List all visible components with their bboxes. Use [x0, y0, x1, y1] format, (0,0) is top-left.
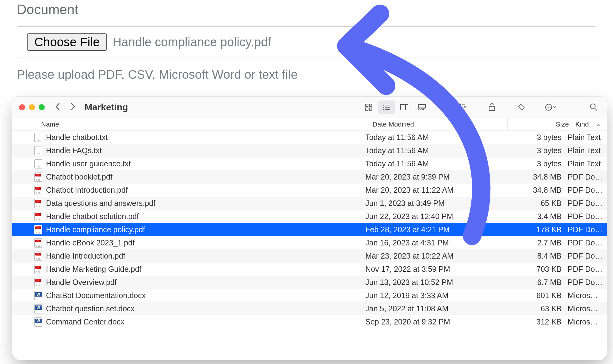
- file-size: 34.8 MB: [500, 186, 565, 195]
- file-size: 3 bytes: [500, 133, 565, 142]
- file-name: Handle eBook 2023_1.pdf: [46, 238, 135, 247]
- svg-rect-18: [459, 107, 460, 109]
- file-kind: PDF Document: [565, 252, 607, 260]
- svg-rect-3: [369, 108, 372, 110]
- pdf-file-icon: [34, 238, 42, 248]
- file-name: Chatbot question set.docx: [46, 304, 135, 313]
- window-minimize-button[interactable]: [29, 104, 35, 110]
- view-icons-button[interactable]: [360, 100, 378, 114]
- finder-window: Marketing: [12, 97, 607, 360]
- svg-rect-17: [459, 104, 460, 106]
- more-actions-button[interactable]: [544, 101, 557, 114]
- view-columns-button[interactable]: [395, 100, 413, 114]
- file-name: Handle FAQs.txt: [46, 146, 102, 155]
- file-row[interactable]: Chatbot Introduction.pdfMar 20, 2023 at …: [12, 184, 607, 197]
- file-name: Handle Introduction.pdf: [46, 252, 125, 260]
- file-size: 63 KB: [500, 304, 565, 313]
- share-button[interactable]: [485, 101, 498, 114]
- file-row[interactable]: Handle Marketing Guide.pdfNov 17, 2022 a…: [12, 263, 607, 276]
- file-kind: Micros…(.docx): [565, 317, 607, 326]
- file-size: 3 bytes: [500, 146, 565, 155]
- choose-file-button[interactable]: Choose File: [27, 33, 107, 51]
- search-button[interactable]: [587, 101, 600, 114]
- svg-point-8: [383, 109, 384, 110]
- file-name: Handle compliance policy.pdf: [46, 225, 145, 234]
- file-row[interactable]: Chatbot booklet.pdfMar 20, 2023 at 9:39 …: [12, 170, 607, 184]
- nav-back-button[interactable]: [55, 102, 61, 112]
- doc-file-icon: [34, 317, 42, 327]
- file-row[interactable]: Chatbot question set.docxJan 5, 2022 at …: [12, 302, 607, 315]
- file-size: 601 KB: [500, 291, 565, 300]
- svg-rect-14: [419, 109, 420, 110]
- pdf-file-icon: [34, 173, 42, 182]
- group-by-button[interactable]: [456, 101, 469, 114]
- svg-point-4: [383, 104, 384, 105]
- file-kind: Plain Text: [565, 146, 607, 155]
- folder-title: Marketing: [85, 102, 128, 112]
- file-kind: Plain Text: [565, 159, 607, 168]
- file-date: Sep 23, 2020 at 9:32 PM: [362, 317, 500, 326]
- file-date: Jan 16, 2023 at 4:31 PM: [362, 238, 500, 247]
- txt-file-icon: [34, 146, 42, 155]
- pdf-file-icon: [34, 225, 42, 234]
- file-kind: Micros…(.docx): [565, 304, 607, 313]
- window-close-button[interactable]: [19, 104, 25, 110]
- file-date: Nov 17, 2022 at 3:59 PM: [362, 265, 500, 274]
- file-date: Jun 1, 2023 at 3:49 PM: [362, 199, 500, 208]
- doc-file-icon: [34, 291, 42, 300]
- svg-rect-2: [366, 108, 368, 110]
- file-date: Jun 12, 2019 at 3:33 AM: [362, 291, 500, 300]
- file-list: Handle chatbot.txtToday at 11:56 AM3 byt…: [12, 131, 607, 328]
- view-gallery-button[interactable]: [413, 100, 431, 114]
- file-row[interactable]: Handle chatbot solution.pdfJun 22, 2023 …: [12, 210, 607, 223]
- svg-point-6: [383, 107, 384, 108]
- file-date: Today at 11:56 AM: [362, 133, 500, 142]
- file-date: Feb 28, 2023 at 4:21 PM: [362, 225, 500, 234]
- file-row[interactable]: Handle Introduction.pdfMar 23, 2023 at 1…: [12, 249, 607, 263]
- svg-point-22: [520, 106, 521, 107]
- column-header-date[interactable]: Date Modified: [369, 118, 507, 131]
- pdf-file-icon: [34, 278, 42, 287]
- sort-indicator-icon: [596, 120, 601, 128]
- file-date: Jun 22, 2023 at 12:40 PM: [362, 212, 500, 221]
- file-name: Handle Marketing Guide.pdf: [46, 265, 141, 274]
- file-name: ChatBot Documentation.docx: [46, 291, 146, 300]
- file-row[interactable]: Handle Overview.pdfJun 13, 2023 at 10:52…: [12, 276, 607, 289]
- file-kind: PDF Document: [565, 225, 607, 234]
- column-headers: Name Date Modified Size Kind: [12, 118, 607, 131]
- file-name: Handle chatbot.txt: [46, 133, 108, 142]
- file-name: Handle chatbot solution.pdf: [46, 212, 139, 221]
- file-row[interactable]: Handle user guidence.txtToday at 11:56 A…: [12, 157, 607, 170]
- file-date: Mar 23, 2023 at 10:22 AM: [362, 252, 500, 260]
- file-row[interactable]: Handle eBook 2023_1.pdfJan 16, 2023 at 4…: [12, 236, 607, 249]
- file-date: Mar 20, 2023 at 9:39 PM: [362, 173, 500, 181]
- finder-toolbar: Marketing: [12, 97, 607, 118]
- file-size: 178 KB: [500, 225, 565, 234]
- file-row[interactable]: ChatBot Documentation.docxJun 12, 2019 a…: [12, 289, 607, 302]
- section-label: Document: [17, 2, 596, 17]
- nav-forward-button[interactable]: [70, 102, 75, 112]
- file-size: 34.8 MB: [500, 173, 565, 181]
- file-size: 3 bytes: [500, 159, 565, 168]
- column-header-kind[interactable]: Kind: [572, 118, 607, 131]
- view-list-button[interactable]: [378, 100, 395, 114]
- column-header-name[interactable]: Name: [12, 118, 369, 131]
- window-zoom-button[interactable]: [39, 104, 45, 110]
- column-header-size[interactable]: Size: [507, 118, 572, 131]
- svg-rect-15: [421, 109, 423, 110]
- svg-point-27: [590, 104, 595, 109]
- file-name: Handle user guidence.txt: [46, 159, 131, 168]
- txt-file-icon: [34, 159, 42, 169]
- file-row[interactable]: Handle FAQs.txtToday at 11:56 AM3 bytesP…: [12, 144, 607, 157]
- tags-button[interactable]: [515, 101, 528, 114]
- file-row[interactable]: Handle compliance policy.pdfFeb 28, 2023…: [12, 223, 607, 236]
- file-kind: Micros…(.docx): [565, 291, 607, 300]
- file-date: Mar 20, 2023 at 11:22 AM: [362, 186, 500, 195]
- file-row[interactable]: Command Center.docxSep 23, 2020 at 9:32 …: [12, 315, 607, 328]
- svg-rect-16: [424, 109, 425, 110]
- file-row[interactable]: Data questions and answers.pdfJun 1, 202…: [12, 197, 607, 210]
- file-row[interactable]: Handle chatbot.txtToday at 11:56 AM3 byt…: [12, 131, 607, 144]
- svg-line-28: [595, 108, 597, 111]
- svg-point-26: [550, 107, 550, 108]
- doc-file-icon: [34, 304, 42, 313]
